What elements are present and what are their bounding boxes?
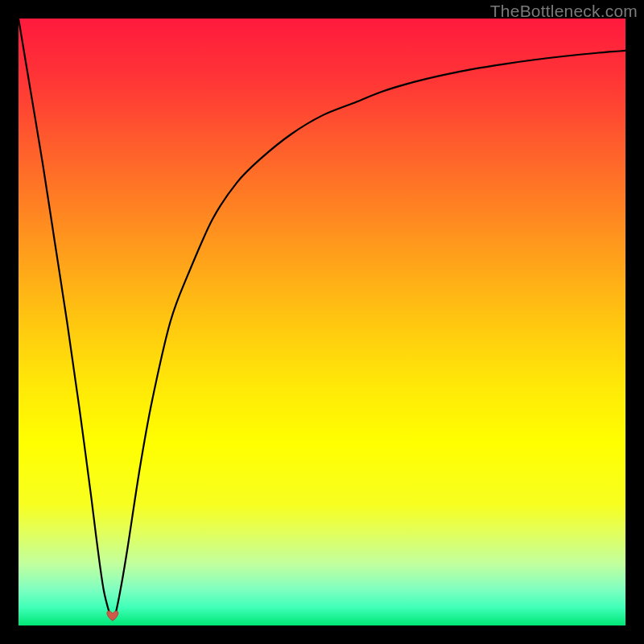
- chart-frame: TheBottleneck.com: [0, 0, 644, 644]
- curve-layer: [19, 19, 625, 625]
- bottleneck-curve: [19, 19, 625, 619]
- plot-area: [19, 19, 625, 625]
- watermark-text: TheBottleneck.com: [490, 2, 638, 21]
- minimum-marker-heart-icon: [107, 611, 118, 621]
